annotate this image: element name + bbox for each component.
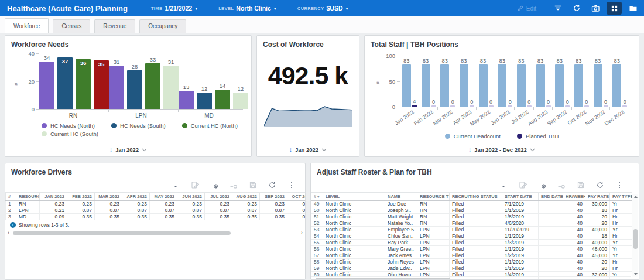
table-cell[interactable]: 0.35 [287,214,306,220]
horizontal-scrollbar[interactable] [311,276,631,279]
table-row[interactable]: 3MD0.090.350.350.350.350.350.350.350.350… [6,214,306,220]
table-cell[interactable]: 1/8/2019 [502,214,539,220]
table-cell[interactable]: Yr [610,227,632,233]
column-header[interactable]: OCT 2022 [287,193,306,201]
column-header[interactable]: SEP 2022 [260,193,287,201]
table-cell[interactable]: Filled [450,265,502,272]
page-selector[interactable]: ↕ Jan 2022 - Dec 2022 [365,146,639,153]
table-cell[interactable]: RN [417,201,450,207]
table-cell[interactable]: LPN [417,240,450,246]
currency-selector[interactable]: CURRENCY $USD ▾ [297,5,348,12]
table-cell[interactable]: 0.87 [260,207,287,214]
scroll-down-arrow[interactable] [634,273,638,275]
table-cell[interactable]: Filled [450,214,502,220]
table-cell[interactable]: 56 [311,246,323,252]
view-options-icon[interactable] [538,181,546,189]
table-cell[interactable]: Hr [610,259,632,265]
table-cell[interactable] [539,259,563,265]
bar-headcount-Apr 2022[interactable]: 83 [460,56,468,107]
table-cell[interactable]: 3 [6,214,16,220]
table-cell[interactable] [539,240,563,246]
table-cell[interactable]: 40 [563,227,585,233]
table-cell[interactable]: 18 [585,233,610,240]
table-cell[interactable]: Ray Park [385,240,417,246]
table-cell[interactable]: 0.23 [122,201,150,207]
board-view-button[interactable] [607,2,622,15]
table-cell[interactable]: RN [417,214,450,220]
table-cell[interactable]: 20 [585,220,610,227]
bar-RN-HC Needs (South)[interactable]: 37 [57,53,73,109]
column-header[interactable]: AUG 2022 [232,193,260,201]
table-cell[interactable]: Filled [450,252,502,259]
table-cell[interactable]: 0.23 [67,201,95,207]
table-cell[interactable]: 49 [311,201,323,207]
legend-item[interactable]: Current HC (North) [182,122,238,129]
legend-item[interactable]: Planned TBH [517,133,559,139]
table-cell[interactable]: 59 [311,265,323,272]
column-header[interactable]: RECRUITING STATUS [450,193,502,201]
bar-MD-HC Needs (South)[interactable]: 12 [197,53,212,109]
table-cell[interactable]: Jack Ames [385,252,417,259]
table-cell[interactable] [539,233,563,240]
folder-icon[interactable] [625,2,640,15]
table-cell[interactable]: Yr [610,252,632,259]
table-cell[interactable]: 40 [563,201,585,207]
table-row[interactable]: 52North ClinicNatalie Yo..RNFilled4/6/20… [311,220,632,227]
column-header[interactable]: PAY TYPE [610,193,632,201]
bar-headcount-Jun 2022[interactable]: 83 [498,56,506,107]
bar-headcount-Feb 2022[interactable]: 83 [422,56,430,107]
table-cell[interactable]: 0.35 [122,214,150,220]
bar-tbh-Aug 2022[interactable]: 0 [546,56,551,107]
table-cell[interactable]: 45,000 [585,252,610,259]
table-cell[interactable]: Filled [450,233,502,240]
table-cell[interactable]: 0.87 [67,207,95,214]
table-cell[interactable]: 0.35 [205,214,232,220]
table-cell[interactable]: North Clinic [323,233,385,240]
bar-tbh-Jun 2022[interactable]: 0 [508,56,512,107]
table-cell[interactable] [539,220,563,227]
table-cell[interactable]: 40 [563,246,585,252]
scroll-right-arrow[interactable]: › [301,230,303,235]
table-cell[interactable]: 50 [311,207,323,214]
table-cell[interactable]: 18 [585,207,610,214]
tab-revenue[interactable]: Revenue [94,19,135,33]
legend-item[interactable]: HC Needs (South) [111,122,166,129]
table-cell[interactable]: Yr [610,201,632,207]
table-cell[interactable]: Natalie Yo.. [385,220,417,227]
table-cell[interactable]: 0.23 [40,201,67,207]
column-header[interactable]: END DATE [539,193,563,201]
table-cell[interactable]: 1/1/2019 [502,246,539,252]
table-cell[interactable]: North Clinic [323,252,385,259]
table-cell[interactable]: North Clinic [323,220,385,227]
filter-icon[interactable] [499,181,508,189]
table-cell[interactable]: 1/1/2019 [502,233,539,240]
table-cell[interactable]: Filled [450,246,502,252]
table-cell[interactable]: 40 [563,214,585,220]
bar-headcount-Oct 2022[interactable]: 83 [574,56,583,107]
scroll-left-arrow[interactable]: ‹ [8,230,9,235]
table-cell[interactable]: 20 [585,214,610,220]
more-options-icon[interactable] [287,181,296,189]
table-cell[interactable]: North Clinic [323,201,385,207]
refresh-icon[interactable] [596,181,604,189]
bar-MD-Current HC (North)[interactable]: 14 [215,53,230,109]
column-header[interactable]: JUN 2022 [177,193,205,201]
table-cell[interactable]: Yr [610,240,632,246]
bar-tbh-Dec 2022[interactable]: 0 [622,56,627,107]
table-cell[interactable]: 0.23 [260,201,287,207]
view-options-icon[interactable] [210,181,218,189]
camera-icon[interactable] [588,2,603,15]
table-cell[interactable]: North Clinic [323,259,385,265]
bar-RN-Current HC (South)[interactable]: 35 [94,53,109,109]
table-cell[interactable]: Jade Edw.. [385,265,417,272]
table-cell[interactable]: North Clinic [323,207,385,214]
table-cell[interactable]: 1/1/2019 [502,265,539,272]
column-header[interactable]: JUL 2022 [205,193,232,201]
bar-headcount-Jul 2022[interactable]: 83 [517,56,526,107]
table-cell[interactable]: RN [417,220,450,227]
table-cell[interactable]: LPN [417,227,450,233]
column-header[interactable]: HR/WEEK [563,193,585,201]
table-cell[interactable]: 11/20/2019 [502,227,539,233]
page-selector[interactable]: ↕ Jan 2022 [5,146,251,153]
table-cell[interactable]: Yr [610,246,632,252]
